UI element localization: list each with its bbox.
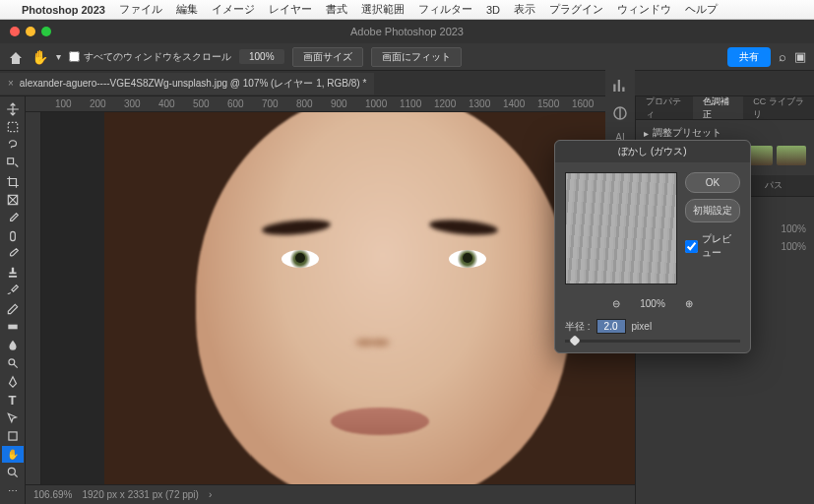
app-menu[interactable]: Photoshop 2023: [22, 4, 105, 16]
preset-thumb[interactable]: [777, 146, 806, 165]
radius-input[interactable]: [596, 319, 626, 334]
svg-rect-0: [8, 123, 17, 132]
reset-button[interactable]: 初期設定: [685, 199, 740, 222]
document-tab[interactable]: × alexander-aguero----VGE4S8ZWg-unsplash…: [0, 73, 374, 94]
move-tool-icon[interactable]: [2, 100, 24, 117]
fit-screen-button[interactable]: 画面サイズ: [292, 47, 363, 67]
blur-tool-icon[interactable]: [2, 337, 24, 353]
pen-tool-icon[interactable]: [2, 373, 24, 390]
preview-label: プレビュー: [702, 232, 740, 260]
menu-3d[interactable]: 3D: [486, 4, 500, 16]
ruler-mark: 1600: [572, 98, 594, 109]
status-bar: 106.69% 1920 px x 2331 px (72 ppi) ›: [26, 484, 635, 504]
preview-checkbox[interactable]: プレビュー: [685, 232, 740, 260]
ok-button[interactable]: OK: [685, 172, 740, 193]
svg-point-5: [8, 359, 14, 365]
ruler-vertical[interactable]: [26, 112, 41, 504]
edit-toolbar-icon[interactable]: ⋯: [2, 482, 24, 499]
zoom-out-icon[interactable]: ⊖: [612, 298, 620, 309]
crop-tool-icon[interactable]: [2, 173, 24, 190]
menu-layer[interactable]: レイヤー: [269, 2, 312, 17]
histogram-icon[interactable]: [611, 77, 629, 94]
image-content: [196, 112, 570, 504]
minimize-window-icon[interactable]: [26, 27, 35, 36]
close-window-icon[interactable]: [10, 27, 20, 36]
menu-window[interactable]: ウィンドウ: [617, 2, 671, 17]
tab-paths[interactable]: パス: [755, 175, 792, 196]
menu-type[interactable]: 書式: [326, 2, 347, 17]
ruler-mark: 500: [193, 98, 210, 109]
zoom-tool-icon[interactable]: [2, 464, 24, 480]
close-tab-icon[interactable]: ×: [8, 78, 14, 89]
zoom-value[interactable]: 100%: [640, 298, 665, 309]
status-arrow-icon[interactable]: ›: [209, 489, 212, 500]
scroll-all-input[interactable]: [69, 51, 80, 62]
ruler-mark: 200: [90, 98, 106, 109]
eyedropper-tool-icon[interactable]: [2, 210, 24, 226]
zoom-in-icon[interactable]: ⊕: [685, 298, 693, 309]
collapsed-panel-strip: AI: [605, 69, 635, 150]
adj-preset-title[interactable]: ▸調整プリセット: [644, 126, 806, 140]
preview-check-input[interactable]: [685, 240, 698, 253]
tab-cc-libraries[interactable]: CC ライブラリ: [743, 96, 814, 119]
document-tabs: × alexander-aguero----VGE4S8ZWg-unsplash…: [0, 71, 814, 96]
workspace-icon[interactable]: ▣: [794, 49, 806, 64]
scroll-all-checkbox[interactable]: すべてのウィンドウをスクロール: [69, 50, 231, 64]
radius-slider[interactable]: [555, 340, 750, 352]
ruler-mark: 1400: [503, 98, 525, 109]
gradient-tool-icon[interactable]: [2, 319, 24, 336]
lasso-tool-icon[interactable]: [2, 137, 24, 154]
canvas-area[interactable]: 100 200 300 400 500 600 700 800 900 1000…: [26, 96, 635, 504]
selection-tool-icon[interactable]: [2, 155, 24, 171]
history-brush-tool-icon[interactable]: [2, 283, 24, 299]
status-zoom[interactable]: 106.69%: [33, 489, 72, 500]
ruler-mark: 300: [124, 98, 141, 109]
home-icon[interactable]: [8, 50, 24, 64]
fit-window-button[interactable]: 画面にフィット: [371, 47, 462, 67]
menu-image[interactable]: イメージ: [212, 2, 255, 17]
ruler-mark: 1200: [434, 98, 456, 109]
opacity-value[interactable]: 100%: [781, 223, 806, 234]
dodge-tool-icon[interactable]: [2, 355, 24, 372]
adjustments-icon[interactable]: [611, 104, 629, 122]
text-tool-icon[interactable]: T: [2, 392, 24, 409]
tab-properties[interactable]: プロパティ: [636, 96, 693, 119]
gaussian-blur-dialog[interactable]: ぼかし (ガウス) OK 初期設定 プレビュー ⊖ 100% ⊕ 半径 : pi…: [554, 140, 751, 353]
slider-track[interactable]: [565, 340, 740, 343]
brush-tool-icon[interactable]: [2, 246, 24, 263]
fill-value[interactable]: 100%: [781, 241, 806, 252]
marquee-tool-icon[interactable]: [2, 118, 24, 135]
dialog-title[interactable]: ぼかし (ガウス): [555, 141, 750, 162]
eraser-tool-icon[interactable]: [2, 300, 24, 317]
search-icon[interactable]: ⌕: [779, 49, 786, 64]
hand-tool-icon[interactable]: ✋: [31, 49, 48, 65]
ruler-horizontal[interactable]: 100 200 300 400 500 600 700 800 900 1000…: [26, 96, 635, 112]
tool-dropdown-icon[interactable]: ▾: [56, 51, 61, 62]
healing-tool-icon[interactable]: [2, 227, 24, 244]
share-button[interactable]: 共有: [727, 47, 771, 67]
menu-file[interactable]: ファイル: [119, 2, 162, 17]
zoom-field[interactable]: 100%: [239, 49, 284, 64]
frame-tool-icon[interactable]: [2, 191, 24, 208]
menu-filter[interactable]: フィルター: [418, 2, 472, 17]
tab-adjustments[interactable]: 色調補正: [693, 96, 743, 119]
blur-preview[interactable]: [565, 172, 677, 284]
ruler-mark: 900: [331, 98, 347, 109]
svg-rect-6: [8, 432, 16, 440]
menu-plugins[interactable]: プラグイン: [549, 2, 603, 17]
mac-menubar[interactable]: Photoshop 2023 ファイル 編集 イメージ レイヤー 書式 選択範囲…: [0, 0, 814, 20]
window-titlebar: Adobe Photoshop 2023: [0, 20, 814, 43]
stamp-tool-icon[interactable]: [2, 264, 24, 281]
ruler-mark: 800: [296, 98, 313, 109]
hand-tool-active-icon[interactable]: ✋: [2, 446, 24, 463]
dialog-zoom-controls: ⊖ 100% ⊕: [555, 294, 750, 313]
menu-select[interactable]: 選択範囲: [361, 2, 405, 17]
status-dims[interactable]: 1920 px x 2331 px (72 ppi): [82, 489, 198, 500]
path-tool-icon[interactable]: [2, 410, 24, 426]
maximize-window-icon[interactable]: [41, 27, 51, 36]
ruler-mark: 1500: [537, 98, 559, 109]
shape-tool-icon[interactable]: [2, 427, 24, 444]
menu-help[interactable]: ヘルプ: [685, 2, 718, 17]
menu-view[interactable]: 表示: [514, 2, 535, 17]
menu-edit[interactable]: 編集: [176, 2, 198, 17]
